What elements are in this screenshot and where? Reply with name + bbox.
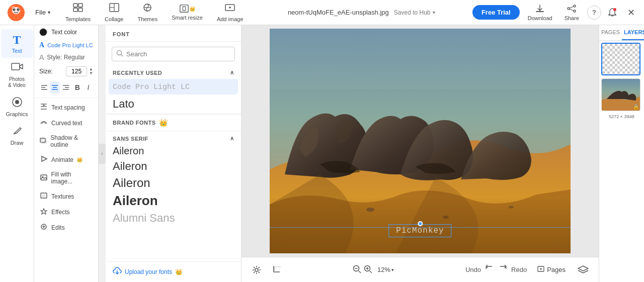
text-spacing-menu-item[interactable]: Text spacing bbox=[34, 100, 98, 115]
svg-rect-47 bbox=[41, 175, 47, 180]
nav-tool-themes[interactable]: Themes bbox=[130, 1, 165, 24]
text-color-control[interactable]: Text color bbox=[34, 25, 98, 39]
font-panel: FONT RECENTLY USED ∧ Code Pro Light LC L… bbox=[106, 25, 242, 282]
fill-with-image-label: Fill with image... bbox=[51, 171, 93, 185]
align-center-button[interactable] bbox=[50, 81, 59, 93]
effects-menu-item[interactable]: Effects bbox=[34, 204, 98, 220]
text-color-label: Text color bbox=[51, 29, 77, 36]
font-selector[interactable]: A Code Pro Light LC bbox=[34, 39, 98, 51]
undo-button[interactable] bbox=[485, 264, 494, 275]
font-item-aileron-bold[interactable]: Aileron bbox=[109, 192, 238, 210]
animate-menu-item[interactable]: Animate 👑 bbox=[34, 152, 98, 167]
canvas-container[interactable]: PicMonkey bbox=[242, 25, 599, 257]
sans-serif-section: SANS SERIF ∧ Aileron Aileron Aileron Ail… bbox=[106, 131, 241, 226]
recently-used-collapse-icon: ∧ bbox=[230, 69, 234, 76]
font-item-aileron-thin[interactable]: Aileron bbox=[109, 144, 238, 158]
sidebar-item-draw[interactable]: Draw bbox=[1, 121, 33, 150]
textures-icon bbox=[39, 192, 48, 201]
nav-tools: Templates Collage Themes 👑 Smart resize bbox=[58, 1, 251, 24]
style-selector[interactable]: A Style: Regular bbox=[34, 51, 98, 63]
layers-button[interactable] bbox=[576, 263, 591, 277]
search-input[interactable] bbox=[126, 50, 230, 58]
align-right-button[interactable] bbox=[61, 81, 70, 93]
font-code-pro-name: Code Pro Light LC bbox=[113, 83, 190, 91]
svg-rect-8 bbox=[78, 4, 83, 7]
draw-icon bbox=[12, 125, 23, 139]
pages-button[interactable]: Pages bbox=[533, 263, 570, 276]
font-size-row: Size: ▲ ▼ bbox=[34, 63, 98, 79]
svg-point-58 bbox=[117, 51, 122, 55]
tab-layers[interactable]: LAYERS bbox=[622, 25, 644, 40]
zoom-out-button[interactable] bbox=[352, 264, 361, 275]
canvas-text-element[interactable]: PicMonkey bbox=[388, 224, 451, 237]
recently-used-section-header[interactable]: RECENTLY USED ∧ bbox=[106, 66, 241, 79]
font-item-lato[interactable]: Lato bbox=[109, 95, 238, 114]
font-icon: A bbox=[39, 41, 44, 49]
size-input[interactable] bbox=[66, 66, 87, 76]
svg-rect-16 bbox=[180, 5, 188, 12]
font-item-aileron-regular[interactable]: Aileron bbox=[109, 174, 238, 192]
nav-tool-templates[interactable]: Templates bbox=[58, 1, 98, 24]
bold-button[interactable]: B bbox=[72, 81, 82, 93]
zoom-label[interactable]: 12% ▾ bbox=[374, 265, 397, 274]
font-item-alumni[interactable]: Alumni Sans bbox=[109, 210, 238, 226]
layer-thumb-1[interactable] bbox=[601, 43, 640, 75]
upload-fonts-row[interactable]: Upload your fonts 👑 bbox=[106, 261, 241, 282]
canvas-image[interactable]: PicMonkey bbox=[270, 29, 571, 253]
settings-button[interactable] bbox=[250, 263, 264, 277]
file-menu[interactable]: File ▾ bbox=[31, 7, 54, 18]
download-icon bbox=[535, 4, 545, 14]
animate-icon bbox=[39, 155, 48, 164]
sans-serif-label: SANS SERIF bbox=[113, 136, 148, 142]
edits-menu-item[interactable]: Edits bbox=[34, 220, 98, 235]
curved-text-menu-item[interactable]: Curved text bbox=[34, 115, 98, 131]
share-button[interactable]: Share bbox=[560, 2, 583, 23]
redo-label: Redo bbox=[511, 266, 527, 273]
text-handle[interactable] bbox=[418, 221, 423, 226]
font-search-box[interactable] bbox=[112, 47, 235, 61]
nav-tool-collage[interactable]: Collage bbox=[98, 1, 130, 24]
shadow-outline-menu-item[interactable]: Shadow & outline bbox=[34, 131, 98, 152]
svg-marker-54 bbox=[41, 209, 47, 214]
size-decrement[interactable]: ▼ bbox=[89, 71, 93, 75]
recently-used-list: Code Pro Light LC Lato bbox=[106, 79, 241, 114]
download-button[interactable]: Download bbox=[524, 2, 556, 23]
share-icon bbox=[567, 4, 577, 14]
svg-line-73 bbox=[370, 271, 372, 273]
font-item-code-pro[interactable]: Code Pro Light LC bbox=[109, 79, 238, 95]
notifications-button[interactable] bbox=[605, 6, 619, 20]
sans-serif-header[interactable]: SANS SERIF ∧ bbox=[109, 131, 238, 144]
app-logo[interactable] bbox=[5, 2, 27, 24]
zoom-in-button[interactable] bbox=[363, 264, 372, 275]
nav-right: Free Trial Download Share ? ✕ bbox=[472, 2, 639, 23]
sidebar-item-graphics[interactable]: Graphics bbox=[1, 92, 33, 121]
sidebar-item-photos-video[interactable]: Photos& Video bbox=[1, 58, 33, 92]
redo-button[interactable] bbox=[498, 264, 507, 275]
help-button[interactable]: ? bbox=[587, 6, 601, 20]
pages-plus-icon bbox=[537, 265, 545, 274]
upload-cloud-icon bbox=[113, 267, 122, 277]
panel-toggle-arrow[interactable]: ‹ bbox=[99, 144, 106, 164]
aileron-bold-name: Aileron bbox=[109, 192, 238, 210]
svg-rect-49 bbox=[41, 193, 47, 198]
themes-label: Themes bbox=[137, 16, 157, 22]
layer-thumb-2[interactable]: 🔒 bbox=[601, 78, 640, 111]
sidebar-item-text[interactable]: T Text bbox=[1, 29, 33, 58]
tab-pages[interactable]: PAGES bbox=[599, 25, 622, 40]
brand-fonts-row[interactable]: BRAND FONTS 👑 bbox=[106, 114, 241, 131]
svg-point-63 bbox=[366, 208, 374, 212]
italic-button[interactable]: I bbox=[84, 81, 93, 93]
file-name: neom-tUqMoFE_eAE-unsplash.jpg bbox=[288, 9, 389, 16]
nav-tool-add-image[interactable]: Add image bbox=[210, 1, 251, 24]
close-button[interactable]: ✕ bbox=[623, 5, 639, 20]
font-item-aileron-light[interactable]: Aileron bbox=[109, 158, 238, 174]
free-trial-button[interactable]: Free Trial bbox=[472, 5, 520, 20]
svg-marker-46 bbox=[42, 156, 47, 161]
fill-with-image-menu-item[interactable]: Fill with image... bbox=[34, 167, 98, 189]
saved-badge[interactable]: Saved to Hub ▾ bbox=[394, 9, 435, 16]
size-stepper[interactable]: ▲ ▼ bbox=[89, 67, 93, 75]
textures-menu-item[interactable]: Textures bbox=[34, 189, 98, 204]
align-left-button[interactable] bbox=[39, 81, 49, 93]
crop-button[interactable] bbox=[270, 263, 284, 277]
nav-tool-smart-resize[interactable]: 👑 Smart resize bbox=[165, 2, 210, 23]
